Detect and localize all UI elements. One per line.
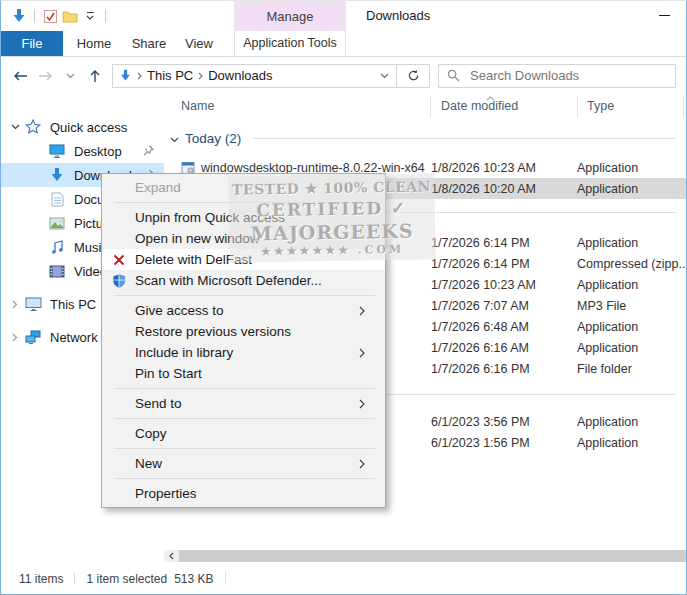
menu-item-delete-with-delfast[interactable]: Delete with DelFast [102,249,385,270]
recent-locations-chevron-icon[interactable] [61,66,79,86]
menu-item-restore-previous-versions[interactable]: Restore previous versions [102,321,385,342]
tab-file[interactable]: File [1,31,63,56]
downloads-crumb-icon [119,69,132,82]
sidebar-label: Network [50,330,98,345]
menu-item-include-in-library[interactable]: Include in library [102,342,385,363]
window-title: Downloads [366,1,430,31]
sort-chevron-icon [486,91,495,105]
selection-count: 1 item selected [86,572,167,586]
submenu-arrow-icon [359,306,385,316]
sidebar-item-quick-access[interactable]: Quick access [1,115,164,139]
tab-application-tools[interactable]: Application Tools [234,31,346,56]
this-pc-icon [23,297,43,311]
file-date: 1/7/2026 6:16 AM [431,341,577,355]
qat-divider [105,9,106,23]
horizontal-scrollbar[interactable] [164,550,686,562]
file-date: 1/7/2026 7:07 AM [431,299,577,313]
file-date: 1/8/2026 10:20 AM [431,182,577,196]
scroll-left-arrow-icon[interactable] [164,552,179,560]
file-date: 1/7/2026 10:23 AM [431,278,577,292]
file-type: Application [577,436,686,450]
file-type: Application [577,415,686,429]
sidebar-item-desktop[interactable]: Desktop [1,139,164,163]
column-header-type[interactable]: Type [587,99,614,113]
music-icon [47,240,67,255]
file-date: 1/8/2026 10:23 AM [431,161,577,175]
tab-home[interactable]: Home [63,31,125,56]
group-collapse-chevron-icon[interactable] [170,132,179,146]
address-bar: This PC Downloads [1,58,686,93]
ribbon-tab-bar: File Home Share View Application Tools [1,31,686,57]
desktop-icon [47,144,67,158]
context-menu-separator [114,295,375,296]
file-type: File folder [577,362,686,376]
menu-item-unpin-from-quick-access[interactable]: Unpin from Quick access [102,207,385,228]
new-folder-icon[interactable] [60,6,80,26]
forward-icon[interactable] [36,66,54,86]
properties-check-icon[interactable] [40,6,60,26]
column-header-date-modified[interactable]: Date modified [441,99,518,113]
downloads-icon [47,167,67,183]
address-box[interactable]: This PC Downloads [112,64,430,88]
column-divider[interactable] [683,96,684,118]
tab-share[interactable]: Share [125,31,173,56]
context-menu-separator [114,478,375,479]
menu-item-open-in-new-window[interactable]: Open in new window [102,228,385,249]
column-header-name[interactable]: Name [181,99,214,113]
qat-divider [34,9,35,23]
document-icon [47,192,67,207]
sidebar-label: This PC [50,297,96,312]
search-box[interactable] [438,64,676,88]
chevron-right-icon[interactable] [7,333,23,342]
tab-view[interactable]: View [173,31,225,56]
menu-item-give-access-to[interactable]: Give access to [102,300,385,321]
minimize-button[interactable] [659,15,670,16]
group-rule [253,138,676,139]
refresh-icon[interactable] [396,65,429,87]
status-divider [74,572,75,585]
back-icon[interactable] [11,66,29,86]
context-menu-separator [114,202,375,203]
search-input[interactable] [468,67,667,84]
context-menu: Expand Unpin from Quick access Open in n… [101,173,386,508]
crumb-downloads[interactable]: Downloads [208,68,272,83]
file-type: Application [577,320,686,334]
red-x-icon [102,254,135,266]
quick-access-star-icon [23,119,43,135]
menu-item-send-to[interactable]: Send to [102,393,385,414]
context-menu-separator [114,388,375,389]
menu-item-copy[interactable]: Copy [102,423,385,444]
menu-item-pin-to-start[interactable]: Pin to Start [102,363,385,384]
chevron-right-icon[interactable] [7,300,23,309]
column-divider[interactable] [577,96,578,118]
menu-item-properties[interactable]: Properties [102,483,385,504]
scrollbar-thumb[interactable] [179,550,686,562]
menu-item-expand[interactable]: Expand [102,177,385,198]
column-divider[interactable] [430,96,431,118]
file-date: 1/7/2026 6:48 AM [431,320,577,334]
submenu-arrow-icon [359,459,385,469]
file-date: 1/7/2026 6:14 PM [431,257,577,271]
crumb-this-pc[interactable]: This PC [147,68,193,83]
chevron-down-icon[interactable] [7,124,23,130]
videos-icon [47,265,67,278]
file-type: Compressed (zipp... [577,257,686,271]
pictures-icon [47,217,67,230]
network-icon [23,330,43,344]
items-count: 11 items [19,572,63,586]
up-icon[interactable] [86,66,104,86]
downloads-folder-icon [9,6,29,26]
status-bar: 11 items 1 item selected 513 KB [1,563,686,594]
menu-item-new[interactable]: New [102,453,385,474]
breadcrumb[interactable]: This PC Downloads [113,65,372,87]
customize-qat-chevron-icon[interactable] [80,6,100,26]
manage-contextual-tab[interactable]: Manage [234,1,346,31]
status-divider [225,572,226,585]
crumb-chevron-icon [137,72,142,80]
menu-item-scan-with-microsoft-defender[interactable]: Scan with Microsoft Defender... [102,270,385,291]
explorer-window: Manage Downloads File Home Share View Ap… [0,0,687,595]
file-type: Application [577,278,686,292]
group-header-today[interactable]: Today (2) [170,131,676,146]
file-date: 1/7/2026 6:16 PM [431,362,577,376]
address-dropdown-chevron-icon[interactable] [372,65,396,87]
